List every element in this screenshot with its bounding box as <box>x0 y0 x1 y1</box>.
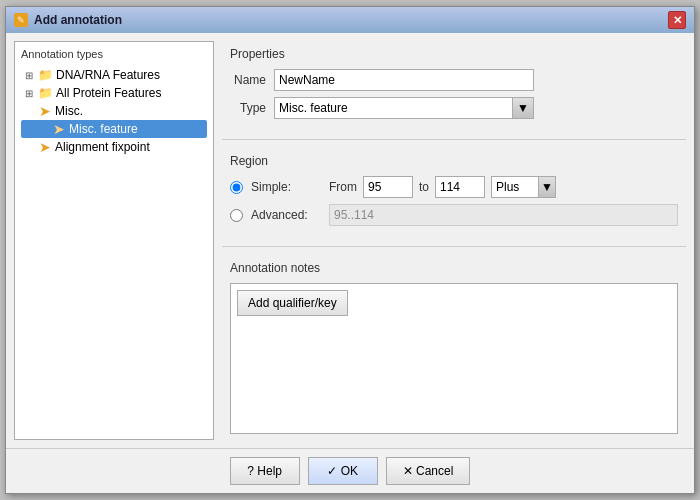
expand-icon-all-protein: ⊞ <box>23 88 35 99</box>
ok-button[interactable]: ✓ OK <box>308 457 378 485</box>
name-row: Name <box>230 69 678 91</box>
region-section: Region Simple: From to Plus Minus <box>222 148 686 238</box>
name-label: Name <box>230 73 266 87</box>
advanced-radio-row: Advanced: <box>230 204 678 226</box>
strand-select-wrapper: Plus Minus Both ▼ <box>491 176 556 198</box>
simple-radio-row: Simple: From to Plus Minus Both ▼ <box>230 176 678 198</box>
advanced-input[interactable] <box>329 204 678 226</box>
annotation-types-panel: Annotation types ⊞ 📁 DNA/RNA Features ⊞ … <box>14 41 214 440</box>
title-bar-left: ✎ Add annotation <box>14 13 122 27</box>
annotation-types-title: Annotation types <box>21 48 207 60</box>
tree-item-misc[interactable]: ➤ Misc. <box>21 102 207 120</box>
advanced-radio[interactable] <box>230 209 243 222</box>
type-select-wrapper: Misc. feature Gene CDS ▼ <box>274 97 534 119</box>
region-divider <box>222 246 686 247</box>
notes-section: Annotation notes Add qualifier/key <box>222 255 686 440</box>
dialog-footer: ? Help ✓ OK ✕ Cancel <box>6 448 694 493</box>
tree-label-alignment: Alignment fixpoint <box>55 140 150 154</box>
folder-icon-all-protein: 📁 <box>38 86 53 100</box>
expand-icon-dna-rna: ⊞ <box>23 70 35 81</box>
simple-inputs: From to Plus Minus Both ▼ <box>329 176 678 198</box>
to-input[interactable] <box>435 176 485 198</box>
to-label: to <box>419 180 429 194</box>
tree-item-dna-rna[interactable]: ⊞ 📁 DNA/RNA Features <box>21 66 207 84</box>
dialog-title: Add annotation <box>34 13 122 27</box>
right-panel: Properties Name Type Misc. feature Gene … <box>222 41 686 440</box>
type-row: Type Misc. feature Gene CDS ▼ <box>230 97 678 119</box>
from-label: From <box>329 180 357 194</box>
tree-item-alignment-fixpoint[interactable]: ➤ Alignment fixpoint <box>21 138 207 156</box>
properties-section: Properties Name Type Misc. feature Gene … <box>222 41 686 131</box>
type-label: Type <box>230 101 266 115</box>
add-qualifier-button[interactable]: Add qualifier/key <box>237 290 348 316</box>
properties-divider <box>222 139 686 140</box>
strand-select[interactable]: Plus Minus Both <box>491 176 556 198</box>
arrow-icon-misc-feature: ➤ <box>52 122 66 136</box>
tree-label-dna-rna: DNA/RNA Features <box>56 68 160 82</box>
tree-label-misc: Misc. <box>55 104 83 118</box>
simple-radio-label: Simple: <box>251 180 321 194</box>
notes-title: Annotation notes <box>230 261 678 275</box>
tree-label-all-protein: All Protein Features <box>56 86 161 100</box>
dialog-icon: ✎ <box>14 13 28 27</box>
type-select[interactable]: Misc. feature Gene CDS <box>274 97 534 119</box>
from-input[interactable] <box>363 176 413 198</box>
advanced-radio-label: Advanced: <box>251 208 321 222</box>
arrow-icon-alignment: ➤ <box>38 140 52 154</box>
folder-icon-dna-rna: 📁 <box>38 68 53 82</box>
dialog-body: Annotation types ⊞ 📁 DNA/RNA Features ⊞ … <box>6 33 694 448</box>
add-annotation-dialog: ✎ Add annotation ✕ Annotation types ⊞ 📁 … <box>5 6 695 494</box>
title-bar: ✎ Add annotation ✕ <box>6 7 694 33</box>
tree-item-misc-feature[interactable]: ➤ Misc. feature <box>21 120 207 138</box>
notes-content: Add qualifier/key <box>230 283 678 434</box>
region-title: Region <box>230 154 678 168</box>
cancel-button[interactable]: ✕ Cancel <box>386 457 471 485</box>
simple-radio[interactable] <box>230 181 243 194</box>
arrow-icon-misc: ➤ <box>38 104 52 118</box>
name-input[interactable] <box>274 69 534 91</box>
properties-title: Properties <box>230 47 678 61</box>
tree-item-all-protein[interactable]: ⊞ 📁 All Protein Features <box>21 84 207 102</box>
tree-label-misc-feature: Misc. feature <box>69 122 138 136</box>
close-button[interactable]: ✕ <box>668 11 686 29</box>
help-button[interactable]: ? Help <box>230 457 300 485</box>
